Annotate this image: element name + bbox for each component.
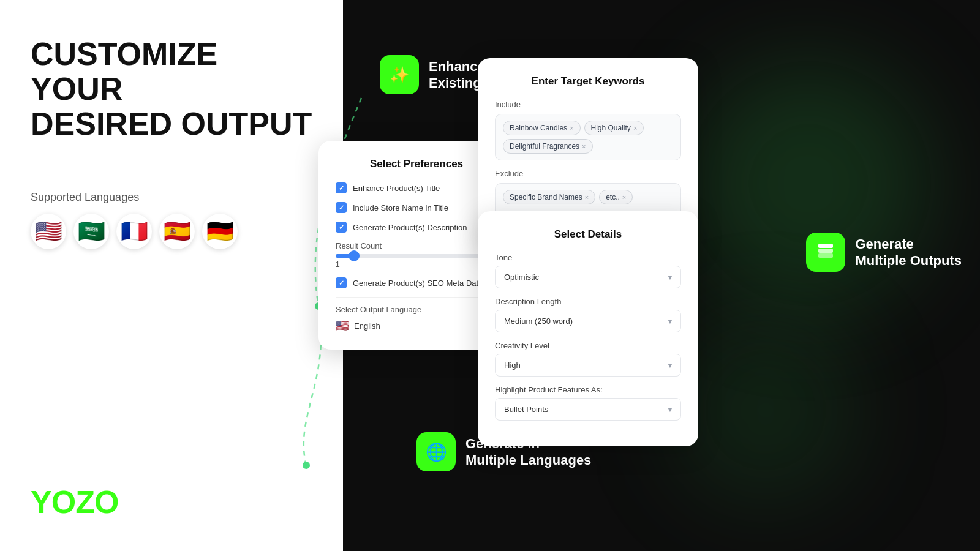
flag-row: 🇺🇸 🇸🇦 🇫🇷 🇪🇸 🇩🇪	[31, 214, 312, 249]
svg-rect-4	[818, 244, 833, 248]
include-label: Include	[495, 100, 681, 109]
tag-high-quality[interactable]: High Quality ×	[584, 121, 644, 135]
svg-rect-3	[818, 249, 833, 253]
tag-rainbow-candles[interactable]: Rainbow Candles ×	[503, 121, 581, 135]
creativity-label: Creativity Level	[495, 341, 681, 350]
left-panel: CUSTOMIZE YOUR DESIRED OUTPUT Supported …	[0, 0, 343, 551]
main-title: CUSTOMIZE YOUR DESIRED OUTPUT	[31, 37, 312, 142]
highlight-select[interactable]: Bullet Points Numbered List Paragraph	[495, 398, 681, 421]
multioutput-badge: Generate Multiple Outputs	[806, 233, 962, 272]
highlight-row[interactable]: Bullet Points Numbered List Paragraph ▼	[495, 398, 681, 421]
details-card-title: Select Details	[495, 228, 681, 241]
checkbox-store-label: Include Store Name in Title	[353, 203, 448, 212]
multilang-icon: 🌐	[417, 432, 456, 471]
include-tags-area[interactable]: Rainbow Candles × High Quality × Delight…	[495, 114, 681, 160]
result-count-slider[interactable]	[336, 254, 497, 258]
creativity-row[interactable]: Low Medium High ▼	[495, 354, 681, 377]
checkbox-store-icon[interactable]	[336, 202, 347, 213]
tag-delightful-fragrances[interactable]: Delightful Fragrances ×	[503, 139, 593, 154]
highlight-label: Highlight Product Features As:	[495, 385, 681, 394]
supported-languages-label: Supported Languages	[31, 191, 312, 204]
checkbox-store-name[interactable]: Include Store Name in Title	[336, 202, 497, 213]
keywords-card-title: Enter Target Keywords	[495, 75, 681, 88]
tag-rainbow-candles-close[interactable]: ×	[570, 124, 573, 132]
flag-es: 🇪🇸	[159, 214, 195, 249]
language-row: 🇺🇸 English	[336, 319, 497, 332]
checkbox-description[interactable]: Generate Product(s) Description	[336, 222, 497, 233]
output-language-label: Select Output Language	[336, 305, 497, 314]
multioutput-label: Generate Multiple Outputs	[855, 236, 962, 269]
flag-us: 🇺🇸	[31, 214, 66, 249]
description-length-label: Description Length	[495, 297, 681, 306]
exclude-label: Exclude	[495, 169, 681, 178]
description-length-row[interactable]: Short (100 word) Medium (250 word) Long …	[495, 310, 681, 332]
lang-flag: 🇺🇸	[336, 319, 349, 332]
checkbox-enhance-label: Enhance Product(s) Title	[353, 184, 440, 193]
flag-de: 🇩🇪	[202, 214, 238, 249]
slider-value: 1	[336, 260, 497, 269]
preferences-card-title: Select Preferences	[336, 158, 497, 170]
checkbox-seo[interactable]: Generate Product(s) SEO Meta Data	[336, 277, 497, 288]
tag-high-quality-close[interactable]: ×	[633, 124, 637, 132]
tag-specific-brand[interactable]: Specific Brand Names ×	[503, 190, 595, 204]
checkbox-description-label: Generate Product(s) Description	[353, 223, 467, 232]
checkbox-description-icon[interactable]	[336, 222, 347, 233]
tag-specific-brand-close[interactable]: ×	[585, 193, 589, 201]
enhance-icon: ✨	[380, 55, 419, 94]
lang-text: English	[354, 321, 380, 331]
supported-languages-section: Supported Languages 🇺🇸 🇸🇦 🇫🇷 🇪🇸 🇩🇪	[31, 191, 312, 249]
creativity-select[interactable]: Low Medium High	[495, 354, 681, 377]
result-count-label: Result Count	[336, 241, 497, 250]
multioutput-icon	[806, 233, 845, 272]
include-tags-row: Rainbow Candles × High Quality × Delight…	[503, 121, 673, 154]
svg-rect-2	[818, 253, 833, 258]
divider	[336, 297, 497, 298]
tone-select-row[interactable]: Optimistic Formal Casual Professional ▼	[495, 266, 681, 288]
checkbox-enhance-icon[interactable]	[336, 182, 347, 193]
description-length-select[interactable]: Short (100 word) Medium (250 word) Long …	[495, 310, 681, 332]
checkbox-seo-icon[interactable]	[336, 277, 347, 288]
flag-sa: 🇸🇦	[74, 214, 109, 249]
flag-fr: 🇫🇷	[116, 214, 152, 249]
exclude-tags-row: Specific Brand Names × etc.. ×	[503, 190, 673, 204]
tag-delightful-fragrances-close[interactable]: ×	[582, 143, 586, 150]
tone-select[interactable]: Optimistic Formal Casual Professional	[495, 266, 681, 288]
checkbox-seo-label: Generate Product(s) SEO Meta Data	[353, 279, 483, 288]
tag-etc-close[interactable]: ×	[622, 193, 626, 201]
tag-etc[interactable]: etc.. ×	[599, 190, 633, 204]
checkbox-enhance-title[interactable]: Enhance Product(s) Title	[336, 182, 497, 193]
details-card: Select Details Tone Optimistic Formal Ca…	[478, 211, 698, 446]
logo: YOZO	[31, 484, 118, 520]
tone-label: Tone	[495, 253, 681, 262]
